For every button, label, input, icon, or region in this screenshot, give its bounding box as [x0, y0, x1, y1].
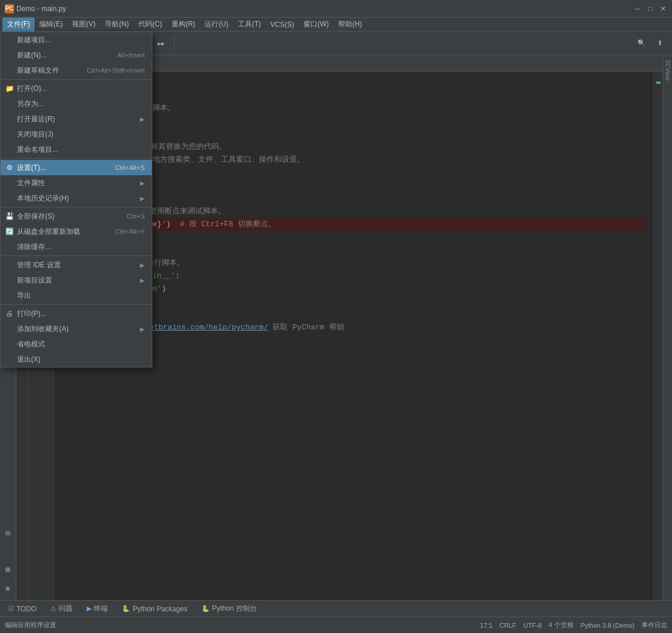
structure-icon[interactable]: 结构: [1, 509, 15, 544]
exit-icon: [4, 354, 15, 365]
menu-settings[interactable]: ⚙ 设置(T)... Ctrl+Alt+S: [1, 160, 152, 175]
encoding[interactable]: UTF-8: [523, 622, 541, 629]
star-icon[interactable]: ★: [1, 581, 15, 595]
menu-navigate[interactable]: 导航(N): [100, 18, 134, 32]
menu-add-favorite-label: 添加到收藏夹(A): [17, 324, 69, 334]
menu-save-all-label: 全部保存(S): [17, 212, 54, 222]
menu-power-save[interactable]: 省电模式: [1, 336, 152, 352]
terminal-label: 终端: [94, 604, 108, 614]
menu-exit[interactable]: 退出(X): [1, 352, 152, 367]
local-history-arrow: ▶: [140, 195, 145, 202]
menu-open-recent[interactable]: 打开最近(R) ▶: [1, 111, 152, 127]
menu-tools[interactable]: 工具(T): [233, 18, 265, 32]
problems-icon: ⚠: [50, 605, 56, 612]
menu-reload-all-label: 从磁盘全部重新加载: [17, 227, 80, 237]
menu-rename-project[interactable]: 重命名项目...: [1, 142, 152, 157]
bottom-tab-todo[interactable]: ☑ TODO: [5, 601, 40, 617]
cursor-position[interactable]: 17:1: [480, 622, 492, 629]
minimize-button[interactable]: ─: [633, 5, 642, 13]
manage-ide-icon: [4, 260, 15, 270]
new-scratch-icon: [4, 65, 15, 76]
menu-file-properties-label: 文件属性: [17, 178, 45, 188]
menu-run[interactable]: 运行(U): [200, 18, 233, 32]
menu-new-project-settings-label: 新项目设置: [17, 275, 52, 285]
export-icon: [4, 290, 15, 301]
save-as-icon: [4, 98, 15, 109]
new-shortcut: Alt+Insert: [117, 52, 145, 59]
new-icon: [4, 50, 15, 60]
menu-bar: 文件(F) 编辑(E) 视图(V) 导航(N) 代码(C) 重构(R) 运行(U…: [0, 18, 672, 32]
menu-new-scratch[interactable]: 新建草稿文件 Ctrl+Alt+Shift+Insert: [1, 63, 152, 78]
reload-all-icon: 🔄: [4, 226, 15, 237]
menu-local-history[interactable]: 本地历史记录(H) ▶: [1, 190, 152, 206]
indent-info[interactable]: 4 个空格: [548, 621, 573, 629]
file-menu: 新建项目... 新建(N)... Alt+Insert 新建草稿文件 Ctrl+…: [0, 32, 152, 367]
python-packages-icon: 🐍: [122, 605, 130, 612]
menu-local-history-label: 本地历史记录(H): [17, 193, 69, 203]
menu-reload-all[interactable]: 🔄 从磁盘全部重新加载 Ctrl+Alt+Y: [1, 224, 152, 239]
bottom-tab-python-console[interactable]: 🐍 Python 控制台: [198, 601, 261, 617]
todo-label: TODO: [16, 605, 36, 613]
menu-new-project-settings[interactable]: 新项目设置 ▶: [1, 273, 152, 288]
print-icon: 🖨: [4, 308, 15, 319]
menu-new-project[interactable]: 新建项目...: [1, 32, 152, 47]
edit-settings-status[interactable]: 编辑应用程序设置: [5, 621, 56, 629]
right-gutter: [653, 72, 663, 600]
menu-new-project-label: 新建项目...: [17, 35, 51, 45]
app-icon: PC: [5, 4, 14, 13]
favorites-icon[interactable]: 收藏夹: [1, 545, 15, 580]
maximize-button[interactable]: □: [646, 5, 654, 13]
search-everywhere-button[interactable]: 🔍: [633, 38, 650, 49]
menu-edit[interactable]: 编辑(E): [35, 18, 67, 32]
line-ending[interactable]: CRLF: [500, 622, 517, 629]
menu-view[interactable]: 视图(V): [67, 18, 100, 32]
menu-save-as[interactable]: 另存为...: [1, 96, 152, 111]
bottom-tab-problems[interactable]: ⚠ 问题: [47, 601, 76, 617]
reload-all-shortcut: Ctrl+Alt+Y: [115, 228, 145, 235]
menu-refactor[interactable]: 重构(R): [167, 18, 200, 32]
menu-save-all[interactable]: 💾 全部保存(S) Ctrl+S: [1, 209, 152, 224]
python-packages-label: Python Packages: [132, 605, 187, 613]
open-recent-icon: [4, 114, 15, 124]
menu-sep-3: [1, 207, 152, 207]
python-version[interactable]: Python 3.8 (Demo): [581, 622, 635, 629]
settings-update-button[interactable]: ⬆: [653, 38, 667, 49]
bottom-tab-python-packages[interactable]: 🐍 Python Packages: [118, 601, 190, 617]
open-icon: 📁: [4, 83, 15, 94]
menu-sep-4: [1, 256, 152, 256]
menu-new-scratch-label: 新建草稿文件: [17, 66, 59, 76]
scview-label[interactable]: SCView: [663, 57, 672, 83]
menu-export-label: 导出: [17, 291, 31, 301]
todo-icon: ☑: [8, 605, 14, 612]
menu-manage-ide[interactable]: 管理 IDE 设置 ▶: [1, 257, 152, 273]
menu-code[interactable]: 代码(C): [134, 18, 167, 32]
menu-file[interactable]: 文件(F): [2, 18, 35, 32]
menu-export[interactable]: 导出: [1, 288, 152, 303]
menu-print[interactable]: 🖨 打印(P)...: [1, 306, 152, 321]
menu-window[interactable]: 窗口(W): [299, 18, 333, 32]
settings-shortcut: Ctrl+Alt+S: [115, 164, 145, 171]
menu-clear-cache[interactable]: 清除缓存...: [1, 239, 152, 254]
menu-open[interactable]: 📁 打开(O)...: [1, 81, 152, 96]
local-history-icon: [4, 193, 15, 203]
menu-sep-5: [1, 304, 152, 305]
menu-vcs[interactable]: VCS(S): [265, 18, 299, 32]
menu-new-label: 新建(N)...: [17, 50, 47, 60]
bottom-tab-terminal[interactable]: ▶ 终端: [83, 601, 111, 617]
window-controls: ─ □ ✕: [633, 5, 667, 13]
menu-rename-project-label: 重命名项目...: [17, 145, 58, 155]
menu-file-properties[interactable]: 文件属性 ▶: [1, 175, 152, 190]
python-console-icon: 🐍: [202, 605, 210, 612]
status-bar: 编辑应用程序设置 17:1 CRLF UTF-8 4 个空格 Python 3.…: [0, 617, 672, 633]
menu-close-project[interactable]: 关闭项目(J): [1, 127, 152, 142]
title-text: Demo - main.py: [16, 5, 66, 13]
new-project-settings-icon: [4, 275, 15, 285]
menu-new[interactable]: 新建(N)... Alt+Insert: [1, 47, 152, 63]
toolbar-sep-2: [174, 36, 175, 50]
close-button[interactable]: ✕: [659, 5, 667, 13]
menu-add-favorite[interactable]: 添加到收藏夹(A) ▶: [1, 321, 152, 336]
more-run-button[interactable]: ▸▸: [153, 38, 169, 49]
event-log[interactable]: 事件日志: [642, 621, 667, 629]
menu-open-label: 打开(O)...: [17, 84, 47, 94]
menu-help[interactable]: 帮助(H): [333, 18, 367, 32]
